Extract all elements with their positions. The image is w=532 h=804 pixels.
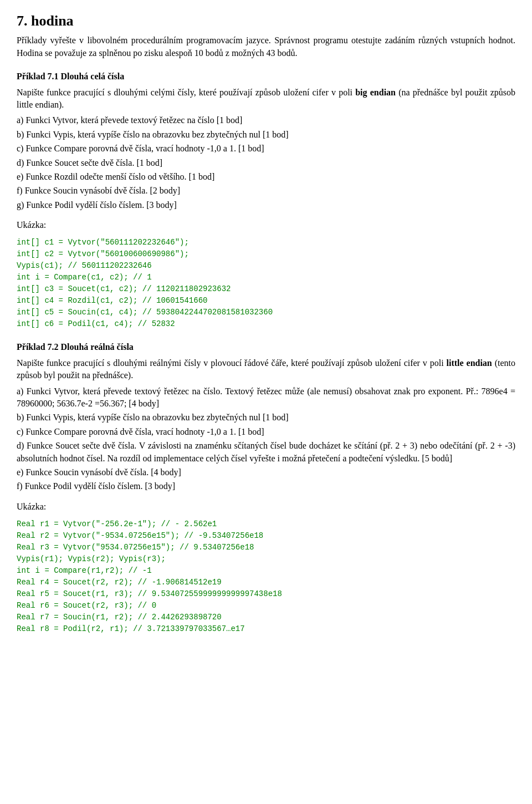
- example1-item-g: g) Funkce Podil vydělí číslo číslem. [3 …: [17, 199, 515, 211]
- example1-item-e: e) Funkce Rozdil odečte menší číslo od v…: [17, 171, 515, 183]
- example1-item-f: f) Funkce Soucin vynásobí dvě čísla. [2 …: [17, 185, 515, 197]
- page-title: 7. hodina: [17, 11, 515, 31]
- example2-description: Napište funkce pracující s dlouhými reál…: [17, 357, 515, 382]
- example1-item-a: a) Funkci Vytvor, která převede textový …: [17, 114, 515, 126]
- example2-item-b: b) Funkci Vypis, která vypíše číslo na o…: [17, 411, 515, 424]
- example1-ukazka-label: Ukázka:: [17, 219, 515, 231]
- example2-item-d: d) Funkce Soucet sečte dvě čísla. V závi…: [17, 440, 515, 465]
- example2-code-block: Real r1 = Vytvor("-256.2e-1"); // - 2.56…: [17, 518, 515, 635]
- example2-item-a: a) Funkci Vytvor, která převede textový …: [17, 385, 515, 410]
- example1-bold1: big endian: [355, 88, 396, 97]
- example2-item-f: f) Funkce Podil vydělí číslo číslem. [3 …: [17, 480, 515, 492]
- example1-item-c: c) Funkce Compare porovná dvě čísla, vra…: [17, 143, 515, 155]
- example2-bold1: little endian: [447, 358, 492, 368]
- example1-description: Napište funkce pracující s dlouhými celý…: [17, 86, 515, 111]
- example1-title: Příklad 7.1 Dlouhá celá čísla: [17, 70, 515, 83]
- example2-item-c: c) Funkce Compare porovná dvě čísla, vra…: [17, 426, 515, 438]
- example2-item-e: e) Funkce Soucin vynásobí dvě čísla. [4 …: [17, 466, 515, 479]
- example1-item-d: d) Funkce Soucet sečte dvě čísla. [1 bod…: [17, 157, 515, 169]
- intro-paragraph: Příklady vyřešte v libovolném procedurál…: [17, 34, 515, 59]
- example1-item-b: b) Funkci Vypis, která vypíše číslo na o…: [17, 129, 515, 141]
- example2-ukazka-label: Ukázka:: [17, 501, 515, 513]
- example2-title: Příklad 7.2 Dlouhá reálná čísla: [17, 341, 515, 353]
- example1-code-block: int[] c1 = Vytvor("560111202232646"); in…: [17, 237, 515, 330]
